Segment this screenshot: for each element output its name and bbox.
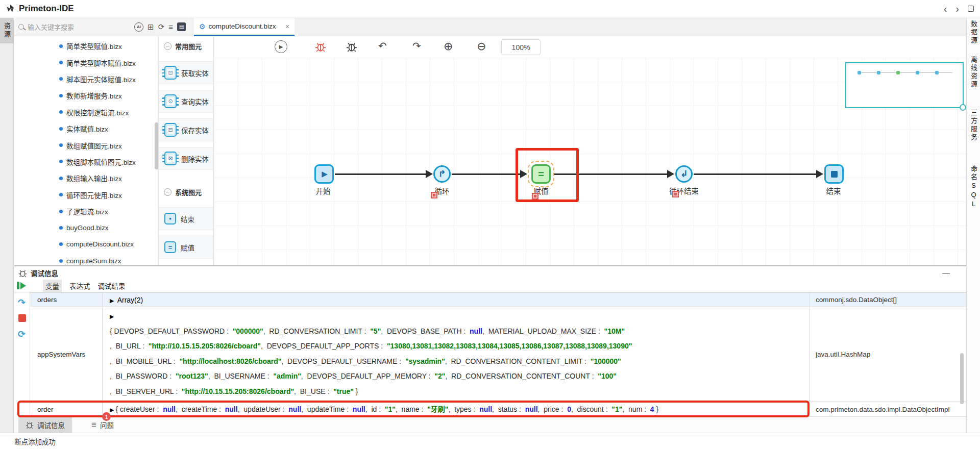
file-label: 教师新增服务.bizx	[66, 90, 122, 101]
palette-item-label: 查询实体	[181, 96, 209, 107]
node-start-label: 开始	[287, 185, 359, 196]
file-bullet-icon	[59, 61, 63, 64]
tree-item-file[interactable]: 数组赋值图元.bizx	[14, 137, 158, 153]
step-over-icon[interactable]: ↷	[18, 298, 26, 307]
file-label: 简单类型赋值.bizx	[66, 41, 122, 51]
debug-info-icon	[18, 268, 27, 278]
debug-icon[interactable]	[346, 40, 357, 53]
node-loop-end[interactable]: ↲	[675, 165, 693, 183]
file-bullet-icon	[59, 143, 63, 147]
file-bullet-icon	[59, 177, 63, 180]
collapse-icon[interactable]	[164, 188, 172, 196]
new-resource-icon[interactable]: ⊞	[148, 23, 154, 31]
sidebar-tab-third-party-services[interactable]: 三方服务	[967, 109, 980, 142]
file-bullet-icon	[59, 127, 63, 131]
tree-item-file[interactable]: buyGood.bizx	[14, 219, 158, 236]
tree-item-file[interactable]: 循环图元使用.bizx	[14, 187, 158, 203]
sort-icon[interactable]: ≡	[168, 23, 173, 31]
tab-label: computeDiscount.bizx	[209, 22, 276, 30]
stop-icon[interactable]	[18, 314, 26, 322]
minimap-node	[877, 71, 880, 74]
palette-item[interactable]: ▪ 结束	[159, 207, 213, 230]
node-end[interactable]	[824, 164, 844, 184]
node-loop[interactable]: ↱	[433, 165, 451, 183]
tree-item-file[interactable]: 脚本图元实体赋值.bizx	[14, 71, 158, 87]
forward-icon[interactable]: ›	[955, 4, 959, 14]
node-start[interactable]: ▶	[314, 164, 334, 184]
table-row-orders[interactable]: orders ▶ Array(2) commonj.sdo.DataObject…	[30, 292, 966, 307]
restart-icon[interactable]: ⟳	[18, 330, 26, 339]
tree-item-file[interactable]: computeSum.bizx	[14, 253, 158, 265]
variable-value[interactable]: ▶{ DEVOPS_DEFAULT_PASSWORD : "000000", R…	[103, 307, 810, 402]
arrowhead	[667, 170, 674, 178]
minimap-resize-handle[interactable]	[960, 104, 966, 111]
tab-variables[interactable]: 变量	[43, 280, 62, 292]
minimap[interactable]	[845, 62, 964, 108]
palette-section-common[interactable]: 常用图元	[159, 36, 213, 56]
sidebar-tab-resources[interactable]: 资源	[0, 18, 14, 43]
tree-item-file[interactable]: 权限控制逻辑流.bizx	[14, 104, 158, 120]
zoom-in-icon[interactable]: ⊕	[444, 41, 453, 52]
close-icon[interactable]: ×	[285, 22, 289, 31]
debug-scrollbar[interactable]	[960, 353, 964, 404]
sidebar-tab-datasource[interactable]: 数据源	[967, 20, 980, 45]
stop-debug-icon[interactable]	[315, 40, 326, 53]
system-node-icon: ▪	[164, 213, 176, 224]
file-label: 数组脚本赋值图元.bizx	[66, 157, 136, 167]
tab-expressions[interactable]: 表达式	[69, 281, 90, 291]
variable-name: appSystemVars	[30, 307, 103, 402]
manual-icon[interactable]: ▤	[177, 22, 186, 31]
tree-item-file[interactable]: 数组脚本赋值图元.bizx	[14, 154, 158, 170]
breakpoint-badge[interactable]	[431, 192, 437, 198]
flow-canvas[interactable]: ▶ ↶ ↷ ⊕ ⊖ 100% ▶ 开始 ↱ 循环 = 赋值 ↲ 循环结束 结束	[214, 36, 966, 265]
refresh-icon[interactable]: ⟳	[158, 23, 165, 31]
sidebar-tab-named-sql[interactable]: 命名SQL	[967, 165, 980, 209]
ai-icon[interactable]: AI	[134, 22, 143, 32]
variable-name: orders	[30, 293, 103, 307]
file-label: 实体赋值.bizx	[66, 123, 108, 134]
search-icon	[18, 24, 24, 30]
minimize-panel-icon[interactable]: —	[942, 268, 950, 277]
annotation-box-order-row	[17, 401, 810, 417]
file-bullet-icon	[59, 210, 63, 213]
palette-item[interactable]: ⊠ 删除实体	[159, 147, 213, 170]
zoom-level[interactable]: 100%	[501, 39, 541, 55]
palette-item[interactable]: ⊡ 获取实体	[159, 61, 213, 84]
tree-item-file[interactable]: 子逻辑流.bizx	[14, 203, 158, 219]
tree-item-file[interactable]: 简单类型赋值.bizx	[14, 38, 158, 54]
variable-type: com.primeton.data.sdo.impl.DataObjectImp…	[810, 402, 966, 416]
tree-item-file[interactable]: 教师新增服务.bizx	[14, 87, 158, 104]
status-message: 断点添加成功	[14, 436, 56, 446]
entity-chip-icon: ⊟	[164, 123, 177, 137]
bottom-tab-debug-info[interactable]: 调试信息	[18, 417, 72, 433]
node-loop-label: 循环	[406, 185, 478, 196]
tree-item-file[interactable]: 简单类型脚本赋值.bizx	[14, 54, 158, 70]
tree-item-file[interactable]: computeDiscount.bizx	[14, 236, 158, 253]
search-input[interactable]: 输入关键字搜索	[28, 22, 74, 32]
tree-scrollbar[interactable]	[155, 122, 158, 169]
tree-item-file[interactable]: 数组输入输出.bizx	[14, 170, 158, 186]
variable-value[interactable]: ▶ Array(2)	[103, 293, 810, 307]
tab-debug-results[interactable]: 调试结果	[98, 281, 126, 291]
maximize-icon[interactable]	[968, 6, 974, 12]
status-bar: 断点添加成功	[0, 433, 980, 449]
resume-icon[interactable]	[17, 282, 26, 289]
palette-item[interactable]: ⊟ 保存实体	[159, 118, 213, 141]
undo-icon[interactable]: ↶	[378, 41, 387, 51]
tree-item-file[interactable]: 实体赋值.bizx	[14, 120, 158, 137]
back-icon[interactable]: ‹	[944, 4, 947, 14]
collapse-icon[interactable]	[164, 42, 172, 50]
palette-item-label: 赋值	[181, 242, 194, 253]
resume-debug-icon[interactable]: ▶	[275, 40, 287, 53]
palette-item[interactable]: ⊙ 查询实体	[159, 90, 213, 113]
file-label: computeSum.bizx	[66, 257, 121, 265]
breakpoint-badge[interactable]	[672, 191, 679, 197]
sidebar-tab-offline-resources[interactable]: 离线资源	[967, 56, 980, 89]
palette-section-system[interactable]: 系统图元	[159, 182, 213, 202]
palette-item[interactable]: = 赋值	[159, 236, 213, 259]
tab-computeDiscount[interactable]: ⚙ computeDiscount.bizx ×	[194, 18, 295, 36]
table-row-appSystemVars[interactable]: appSystemVars ▶{ DEVOPS_DEFAULT_PASSWORD…	[30, 307, 966, 402]
entity-chip-icon: ⊙	[164, 94, 177, 108]
zoom-out-icon[interactable]: ⊖	[477, 41, 486, 52]
redo-icon[interactable]: ↷	[412, 41, 421, 51]
